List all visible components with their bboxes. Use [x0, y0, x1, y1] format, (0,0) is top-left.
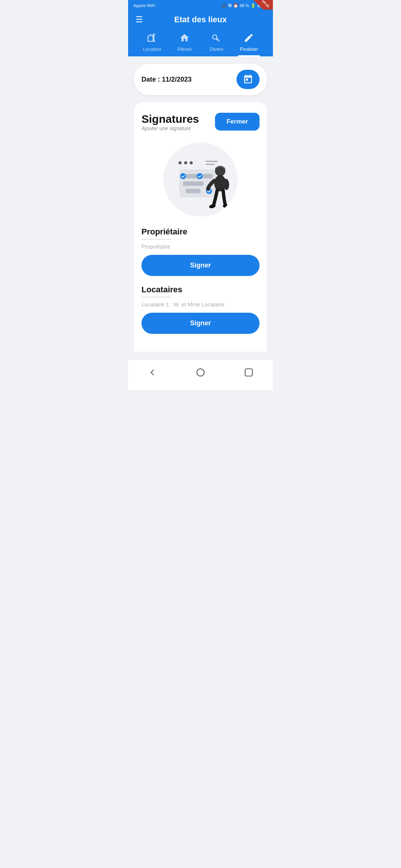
signatures-header: Signatures Ajouter une signature Fermer	[141, 113, 260, 139]
proprietaire-subtitle: Propriétaire	[141, 243, 260, 250]
svg-rect-12	[186, 189, 200, 193]
fermer-button[interactable]: Fermer	[215, 113, 260, 131]
hamburger-icon[interactable]: ☰	[136, 15, 143, 24]
back-button[interactable]	[140, 365, 164, 382]
locataires-section: Locataires Locataire 1 : M. et Mme Locat…	[141, 285, 260, 343]
status-bar: Appels WiFi 🎧 N ⏰ 88 % 🔋 12:56 DR 5G	[128, 0, 273, 10]
date-card: Date : 11/2/2023	[134, 64, 267, 95]
tab-navigation: Location Pièces Divers	[136, 30, 265, 56]
tab-divers[interactable]: Divers	[203, 30, 229, 56]
signatures-subtitle: Ajouter une signature	[141, 125, 199, 131]
date-text: Date : 11/2/2023	[141, 76, 192, 83]
tab-finaliser[interactable]: Finaliser	[235, 30, 263, 56]
tab-divers-label: Divers	[210, 46, 224, 52]
svg-point-3	[190, 161, 193, 164]
headphone-icon: 🎧	[222, 3, 227, 8]
signatures-title: Signatures	[141, 113, 199, 125]
home-button[interactable]	[188, 365, 213, 382]
svg-point-1	[179, 161, 182, 164]
proprietaire-title: Propriétaire	[141, 227, 260, 237]
recents-icon	[244, 368, 254, 377]
home-icon	[179, 33, 190, 45]
corner-badge-container: DR 5G	[254, 0, 273, 10]
locataires-title: Locataires	[141, 285, 260, 295]
svg-point-0	[212, 35, 217, 39]
bottom-navigation	[128, 359, 273, 390]
locataires-signer-button[interactable]: Signer	[141, 313, 260, 334]
back-icon	[147, 368, 157, 377]
tab-location-label: Location	[143, 46, 161, 52]
battery-text: 88 %	[240, 3, 249, 8]
nfc-icon: N	[228, 3, 232, 8]
checklist-illustration	[165, 144, 236, 215]
main-content: Date : 11/2/2023 Signatures Ajouter une …	[128, 56, 273, 359]
alarm-icon: ⏰	[233, 3, 238, 8]
svg-rect-9	[202, 174, 213, 178]
svg-point-18	[197, 369, 204, 376]
svg-point-10	[197, 173, 203, 179]
recents-button[interactable]	[237, 365, 261, 382]
svg-point-15	[214, 175, 226, 191]
proprietaire-divider	[141, 239, 171, 240]
tab-pieces[interactable]: Pièces	[172, 30, 198, 56]
tab-pieces-label: Pièces	[177, 46, 192, 52]
svg-point-2	[184, 161, 187, 164]
header-top: ☰ Etat des lieux	[136, 15, 265, 30]
illustration-container	[141, 142, 260, 217]
tab-finaliser-label: Finaliser	[240, 46, 258, 52]
calendar-icon	[243, 74, 253, 85]
proprietaire-section: Propriétaire Propriétaire Signer	[141, 227, 260, 285]
pen-icon	[244, 33, 254, 45]
white-panel: Signatures Ajouter une signature Fermer	[134, 102, 267, 352]
home-nav-icon	[196, 368, 205, 377]
building-icon	[147, 33, 157, 45]
svg-rect-11	[183, 181, 203, 186]
locataires-divider	[141, 297, 171, 297]
locataires-subtitle: Locataire 1 : M. et Mme Locataire	[141, 301, 260, 308]
tab-location[interactable]: Location	[138, 30, 166, 56]
svg-rect-19	[245, 369, 252, 376]
proprietaire-signer-button[interactable]: Signer	[141, 255, 260, 276]
carrier-text: Appels WiFi	[133, 3, 155, 8]
header: ☰ Etat des lieux Location Pièces	[128, 10, 273, 56]
svg-point-8	[180, 173, 186, 179]
key-icon	[211, 33, 222, 45]
signatures-title-group: Signatures Ajouter une signature	[141, 113, 199, 139]
illustration-circle	[163, 142, 238, 217]
calendar-button[interactable]	[237, 70, 260, 89]
app-title: Etat des lieux	[174, 15, 227, 24]
